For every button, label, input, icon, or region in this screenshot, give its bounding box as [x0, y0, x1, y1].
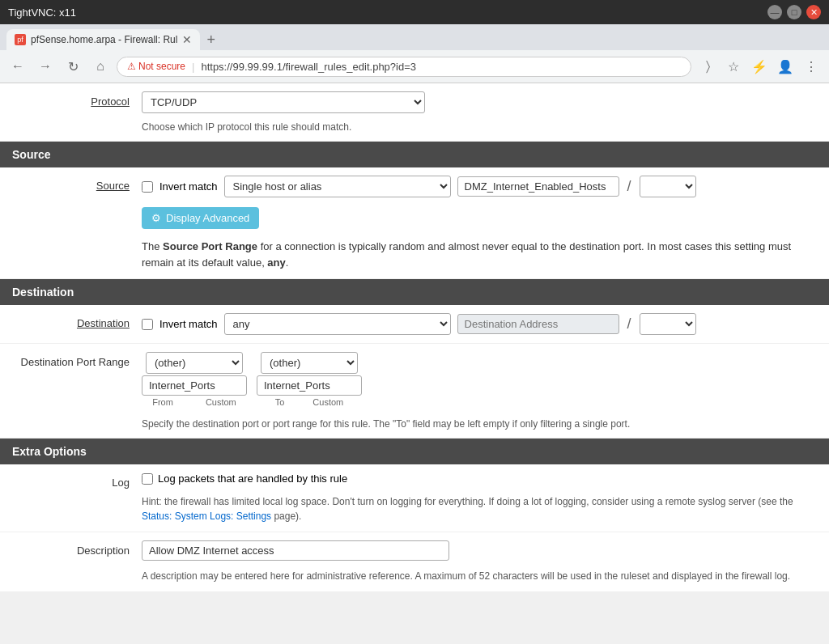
reload-button[interactable]: ↻: [62, 55, 84, 78]
window-title: TightVNC: x11: [8, 6, 76, 19]
to-label: To: [275, 397, 285, 407]
tab-title: pfSense.home.arpa - Firewall: Rul: [31, 34, 177, 45]
source-type-select[interactable]: Single host or alias any Network LAN net…: [224, 176, 451, 197]
not-secure-indicator: ⚠ Not secure: [127, 61, 185, 72]
destination-row: Destination Invert match any Single host…: [0, 305, 829, 344]
log-label: Log: [12, 472, 142, 489]
description-row: Description A description may be entered…: [0, 532, 829, 592]
log-row: Log Log packets that are handled by this…: [0, 464, 829, 532]
destination-port-range-row: Destination Port Range (other) any HTTP …: [0, 344, 829, 439]
destination-controls: Invert match any Single host or alias Ne…: [142, 313, 817, 335]
browser-chrome: pf pfSense.home.arpa - Firewall: Rul ✕ +…: [0, 24, 829, 83]
source-cidr-select[interactable]: 24 32: [640, 176, 696, 197]
destination-port-range-label: Destination Port Range: [12, 352, 142, 368]
back-button[interactable]: ←: [6, 55, 29, 78]
description-help: A description may be entered here for ad…: [142, 569, 817, 583]
source-section-header: Source: [0, 142, 829, 167]
destination-port-controls: (other) any HTTP HTTPS From Custom: [142, 352, 817, 430]
gear-icon: ⚙: [151, 212, 161, 224]
window-titlebar: TightVNC: x11 — □ ✕: [0, 0, 829, 24]
protocol-section: Protocol TCP/UDP TCP UDP ICMP any Choose…: [0, 83, 829, 142]
from-label: From: [152, 397, 173, 407]
destination-label: Destination: [12, 313, 142, 329]
destination-inline-group: Invert match any Single host or alias Ne…: [142, 313, 817, 335]
log-checkbox-label: Log packets that are handled by this rul…: [142, 472, 817, 485]
destination-section: Destination Invert match any Single host…: [0, 305, 829, 439]
from-port-custom-input[interactable]: [142, 375, 247, 396]
system-logs-link[interactable]: Status: System Logs: Settings: [142, 511, 271, 522]
share-button[interactable]: 〉: [696, 55, 719, 78]
source-inline-group: Invert match Single host or alias any Ne…: [142, 176, 817, 197]
tab-bar: pf pfSense.home.arpa - Firewall: Rul ✕ +: [0, 24, 829, 50]
source-label: Source: [12, 176, 142, 192]
bookmark-button[interactable]: ☆: [722, 55, 745, 78]
tab-favicon: pf: [15, 34, 26, 45]
tab-close-button[interactable]: ✕: [182, 33, 192, 46]
url-display: https://99.99.99.1/firewall_rules_edit.p…: [201, 61, 416, 73]
warning-icon: ⚠: [127, 61, 136, 72]
window-controls: — □ ✕: [767, 5, 821, 19]
menu-button[interactable]: ⋮: [800, 55, 823, 78]
extra-options-section: Log Log packets that are handled by this…: [0, 464, 829, 592]
from-port-select[interactable]: (other) any HTTP HTTPS: [146, 352, 243, 374]
description-controls: A description may be entered here for ad…: [142, 540, 817, 583]
dest-port-inline: (other) any HTTP HTTPS From Custom: [142, 352, 817, 407]
source-slash: /: [626, 178, 633, 195]
destination-slash: /: [626, 316, 633, 333]
source-section: Source Invert match Single host or alias…: [0, 167, 829, 279]
active-tab[interactable]: pf pfSense.home.arpa - Firewall: Rul ✕: [6, 29, 200, 50]
source-port-range-bold: Source Port Range: [163, 240, 257, 252]
protocol-help: Choose which IP protocol this rule shoul…: [142, 121, 817, 133]
source-host-input[interactable]: [457, 176, 619, 197]
new-tab-button[interactable]: +: [203, 32, 219, 49]
description-label: Description: [12, 540, 142, 557]
protocol-controls: TCP/UDP TCP UDP ICMP any Choose which IP…: [142, 91, 817, 133]
destination-invert-match-label: Invert match: [159, 318, 218, 330]
maximize-button[interactable]: □: [787, 5, 801, 19]
protocol-select[interactable]: TCP/UDP TCP UDP ICMP any: [142, 91, 425, 113]
extra-options-section-header: Extra Options: [0, 439, 829, 464]
destination-address-input[interactable]: [457, 314, 619, 334]
description-input[interactable]: [142, 540, 449, 561]
to-port-select[interactable]: (other) any HTTP HTTPS: [261, 352, 358, 374]
destination-cidr-select[interactable]: 24 32: [640, 313, 696, 335]
home-button[interactable]: ⌂: [89, 55, 112, 78]
extension-button[interactable]: ⚡: [748, 55, 771, 78]
any-text: any: [267, 256, 285, 269]
to-port-col: (other) any HTTP HTTPS To Custom: [257, 352, 362, 407]
source-row: Source Invert match Single host or alias…: [0, 167, 829, 279]
from-custom-label: Custom: [206, 397, 236, 407]
nav-actions: 〉 ☆ ⚡ 👤 ⋮: [696, 55, 823, 78]
source-controls: Invert match Single host or alias any Ne…: [142, 176, 817, 270]
profile-button[interactable]: 👤: [774, 55, 797, 78]
page-content: Protocol TCP/UDP TCP UDP ICMP any Choose…: [0, 83, 829, 644]
form-wrapper: Protocol TCP/UDP TCP UDP ICMP any Choose…: [0, 83, 829, 592]
display-advanced-button[interactable]: ⚙ Display Advanced: [142, 207, 259, 229]
log-checkbox[interactable]: [142, 473, 153, 485]
to-custom-label: Custom: [312, 397, 343, 407]
minimize-button[interactable]: —: [767, 5, 782, 19]
forward-button[interactable]: →: [34, 55, 57, 78]
display-advanced-container: ⚙ Display Advanced: [142, 207, 817, 229]
address-bar[interactable]: ⚠ Not secure | https://99.99.99.1/firewa…: [117, 57, 691, 77]
destination-type-select[interactable]: any Single host or alias Network LAN net…: [224, 313, 451, 335]
destination-port-help: Specify the destination port or port ran…: [142, 418, 817, 430]
log-controls: Log packets that are handled by this rul…: [142, 472, 817, 523]
source-invert-match-label: Invert match: [159, 180, 218, 193]
destination-section-header: Destination: [0, 279, 829, 305]
source-port-info: The Source Port Range for a connection i…: [142, 239, 817, 270]
close-button[interactable]: ✕: [806, 5, 821, 19]
log-hint: Hint: the firewall has limited local log…: [142, 494, 817, 523]
from-port-col: (other) any HTTP HTTPS From Custom: [142, 352, 247, 407]
protocol-row: Protocol TCP/UDP TCP UDP ICMP any Choose…: [0, 83, 829, 142]
source-invert-match-checkbox[interactable]: [142, 181, 153, 193]
to-port-custom-input[interactable]: [257, 375, 362, 396]
protocol-label: Protocol: [12, 91, 142, 108]
nav-bar: ← → ↻ ⌂ ⚠ Not secure | https://99.99.99.…: [0, 50, 829, 83]
destination-invert-match-checkbox[interactable]: [142, 319, 153, 330]
